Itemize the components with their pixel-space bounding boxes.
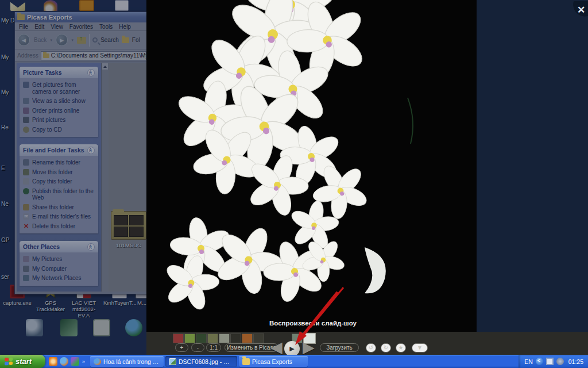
close-viewer-button[interactable]: ✕ (571, 1, 588, 18)
zoom-out-button[interactable]: - (191, 343, 204, 352)
tray-network-icon[interactable] (546, 358, 554, 365)
play-slideshow-button[interactable]: ▶ (284, 341, 300, 356)
viewer-bottom-bar: + - 1:1 Изменить в Picasa ◀ ▶ ▶ Загрузит… (146, 332, 588, 355)
thumbnail[interactable] (253, 334, 264, 343)
actual-size-button[interactable]: 1:1 (206, 343, 221, 352)
start-button[interactable]: start (0, 355, 45, 368)
thumbnail[interactable] (230, 334, 241, 343)
windows-flag-icon (5, 358, 13, 366)
more-options-icon[interactable]: ▼ (412, 343, 428, 352)
rotate-left-icon[interactable]: ↺ (366, 343, 376, 352)
tray-security-icon[interactable] (556, 358, 564, 365)
star-icon[interactable]: ★ (396, 343, 406, 352)
taskbar: start » Hoa lá cảnh trong vư... DSCF0608… (0, 355, 588, 368)
orchid-illustration (146, 0, 477, 332)
quicklaunch-picasa-icon[interactable] (71, 357, 79, 366)
system-tray: EN 01:25 (519, 355, 588, 368)
start-label: start (16, 357, 32, 366)
play-slideshow-tooltip: Воспроизвести слайд-шоу (227, 320, 399, 327)
previous-photo-icon[interactable]: ◀ (270, 339, 283, 356)
clock[interactable]: 01:25 (568, 358, 583, 365)
next-photo-icon[interactable]: ▶ (303, 339, 315, 356)
orchid-photo[interactable]: Воспроизвести слайд-шоу (146, 0, 477, 332)
quicklaunch-overflow-chevron[interactable]: » (82, 359, 85, 365)
thumbnail[interactable] (196, 334, 207, 343)
firefox-icon (94, 358, 101, 365)
image-file-icon (169, 358, 176, 365)
thumbnail[interactable] (184, 334, 195, 343)
rotate-right-icon[interactable]: ↻ (381, 343, 391, 352)
quicklaunch-media-icon[interactable] (49, 357, 57, 366)
viewer-controls: + - 1:1 Изменить в Picasa ◀ ▶ ▶ Загрузит… (146, 343, 588, 355)
upload-button[interactable]: Загрузить (320, 343, 359, 352)
thumbnail[interactable] (173, 334, 184, 343)
desktop: My D My My Re E Ne GP ser capture.exe GP… (0, 0, 588, 368)
quick-launch-bar: » (45, 357, 88, 366)
zoom-in-button[interactable]: + (175, 343, 188, 352)
taskbar-button-photo-viewer[interactable]: DSCF0608.jpg - Прог... (165, 356, 237, 367)
tray-skype-icon[interactable] (536, 358, 543, 365)
folder-icon (242, 358, 250, 365)
language-indicator[interactable]: EN (524, 358, 533, 365)
thumbnail[interactable] (242, 334, 253, 343)
viewer-side-panel (477, 0, 588, 332)
quicklaunch-firefox-icon[interactable] (60, 357, 68, 366)
taskbar-button-firefox[interactable]: Hoa lá cảnh trong vư... (90, 356, 164, 367)
taskbar-button-picasa-exports[interactable]: Picasa Exports (239, 356, 308, 367)
thumbnail[interactable] (207, 334, 218, 343)
thumbnail[interactable] (219, 334, 230, 343)
picasa-photo-viewer: Воспроизвести слайд-шоу ✕ + - 1:1 Измени… (146, 0, 588, 355)
